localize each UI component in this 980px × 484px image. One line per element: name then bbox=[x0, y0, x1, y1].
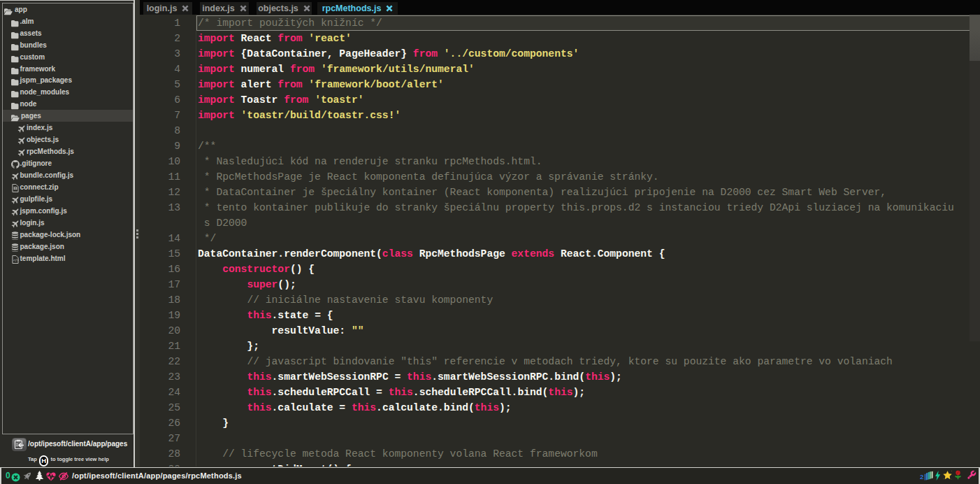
svg-text:</>: </> bbox=[13, 258, 19, 262]
